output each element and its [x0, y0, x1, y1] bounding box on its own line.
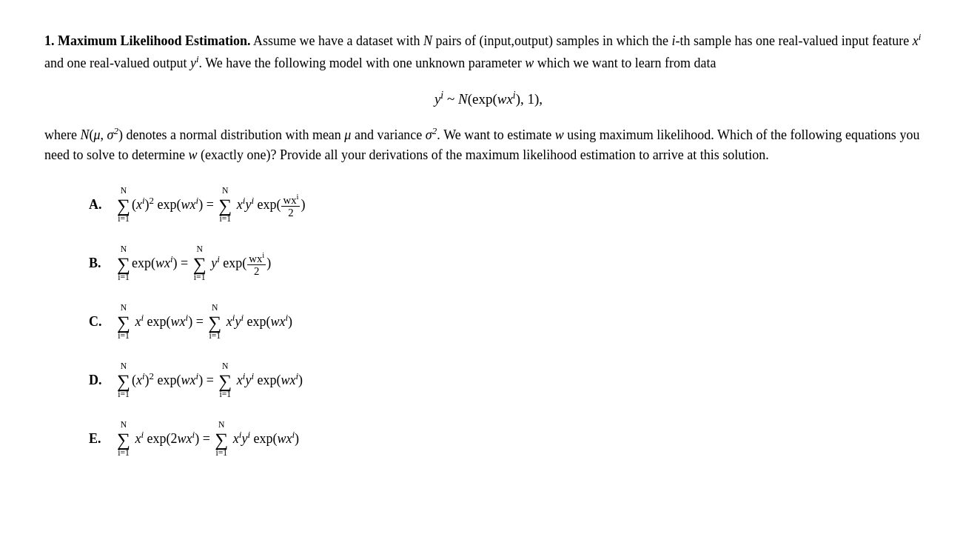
problem-text: 1. Maximum Likelihood Estimation. Assume…: [44, 30, 933, 166]
problem-intro: 1. Maximum Likelihood Estimation. Assume…: [44, 30, 933, 74]
problem-number: 1. Maximum Likelihood Estimation.: [44, 33, 251, 48]
problem-continuation: where N(μ, σ2) denotes a normal distribu…: [44, 124, 933, 167]
option-b-formula: N ∑ i=1 exp(wxi) = N ∑ i=1 yi exp(wxi2): [115, 245, 271, 283]
option-b-label: B.: [89, 256, 107, 271]
option-e-label: E.: [89, 431, 107, 447]
option-e-formula: N ∑ i=1 xi exp(2wxi) = N ∑ i=1 xiyi exp(…: [115, 421, 299, 459]
option-c-formula: N ∑ i=1 xi exp(wxi) = N ∑ i=1 xiyi exp(w…: [115, 304, 292, 341]
option-a-label: A.: [89, 197, 107, 213]
option-a: A. N ∑ i=1 (xi)2 exp(wxi) = N ∑ i=1 xiyi…: [89, 187, 933, 224]
option-d-label: D.: [89, 373, 107, 388]
option-c: C. N ∑ i=1 xi exp(wxi) = N ∑ i=1 xiyi ex…: [89, 304, 933, 341]
option-a-formula: N ∑ i=1 (xi)2 exp(wxi) = N ∑ i=1 xiyi ex…: [115, 187, 305, 224]
option-d-formula: N ∑ i=1 (xi)2 exp(wxi) = N ∑ i=1 xiyi ex…: [115, 362, 303, 400]
problem-container: 1. Maximum Likelihood Estimation. Assume…: [44, 30, 933, 459]
centered-formula: yi ~ N(exp(wxi), 1),: [44, 87, 933, 110]
option-b: B. N ∑ i=1 exp(wxi) = N ∑ i=1 yi exp(wxi…: [89, 245, 933, 283]
options-list: A. N ∑ i=1 (xi)2 exp(wxi) = N ∑ i=1 xiyi…: [89, 187, 933, 459]
option-e: E. N ∑ i=1 xi exp(2wxi) = N ∑ i=1 xiyi e…: [89, 421, 933, 459]
option-c-label: C.: [89, 314, 107, 330]
option-d: D. N ∑ i=1 (xi)2 exp(wxi) = N ∑ i=1 xiyi…: [89, 362, 933, 400]
